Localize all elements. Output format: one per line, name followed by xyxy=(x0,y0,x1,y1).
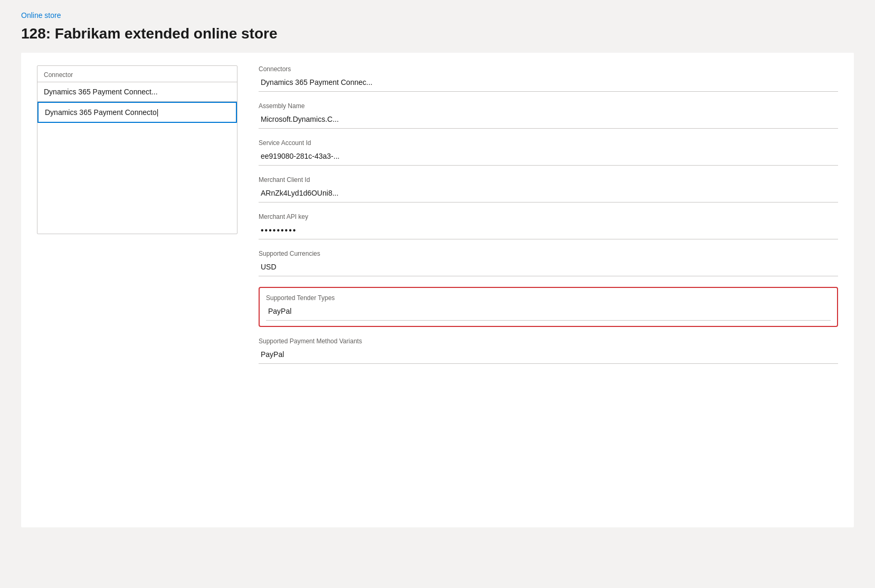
field-value-supported-tender-types: PayPal xyxy=(266,304,831,321)
breadcrumb-link[interactable]: Online store xyxy=(21,11,61,20)
field-group-service-account-id: Service Account Id ee919080-281c-43a3-..… xyxy=(259,139,838,166)
field-value-connectors: Dynamics 365 Payment Connec... xyxy=(259,75,838,92)
field-group-connectors: Connectors Dynamics 365 Payment Connec..… xyxy=(259,65,838,92)
field-value-merchant-client-id: ARnZk4Lyd1d6OUni8... xyxy=(259,186,838,203)
right-panel: Connectors Dynamics 365 Payment Connec..… xyxy=(259,65,838,515)
field-label-service-account-id: Service Account Id xyxy=(259,139,838,147)
field-label-assembly-name: Assembly Name xyxy=(259,102,838,110)
field-value-supported-currencies: USD xyxy=(259,259,838,276)
connector-list-item[interactable]: Dynamics 365 Payment Connect... xyxy=(37,82,237,102)
field-label-merchant-client-id: Merchant Client Id xyxy=(259,176,838,184)
left-panel: Connector Dynamics 365 Payment Connect..… xyxy=(37,65,237,515)
connector-list-item-selected[interactable]: Dynamics 365 Payment Connecto| xyxy=(37,102,237,123)
field-value-service-account-id: ee919080-281c-43a3-... xyxy=(259,149,838,166)
field-group-supported-currencies: Supported Currencies USD xyxy=(259,250,838,276)
field-value-payment-method-variants: PayPal xyxy=(259,347,838,364)
field-label-supported-currencies: Supported Currencies xyxy=(259,250,838,257)
content-area: Connector Dynamics 365 Payment Connect..… xyxy=(21,53,854,527)
field-value-merchant-api-key: ••••••••• xyxy=(259,223,838,239)
field-group-merchant-api-key: Merchant API key ••••••••• xyxy=(259,213,838,239)
connector-list-header: Connector xyxy=(37,66,237,82)
page-title: 128: Fabrikam extended online store xyxy=(21,25,854,42)
supported-tender-types-box: Supported Tender Types PayPal xyxy=(259,287,838,327)
field-label-merchant-api-key: Merchant API key xyxy=(259,213,838,220)
breadcrumb: Online store xyxy=(21,11,854,20)
page-wrapper: Online store 128: Fabrikam extended onli… xyxy=(0,0,875,588)
field-label-connectors: Connectors xyxy=(259,65,838,73)
field-group-payment-method-variants: Supported Payment Method Variants PayPal xyxy=(259,338,838,364)
field-label-supported-tender-types: Supported Tender Types xyxy=(266,294,831,302)
field-group-assembly-name: Assembly Name Microsoft.Dynamics.C... xyxy=(259,102,838,129)
field-group-merchant-client-id: Merchant Client Id ARnZk4Lyd1d6OUni8... xyxy=(259,176,838,203)
field-value-assembly-name: Microsoft.Dynamics.C... xyxy=(259,112,838,129)
connector-list-container: Connector Dynamics 365 Payment Connect..… xyxy=(37,65,237,234)
field-label-payment-method-variants: Supported Payment Method Variants xyxy=(259,338,838,345)
